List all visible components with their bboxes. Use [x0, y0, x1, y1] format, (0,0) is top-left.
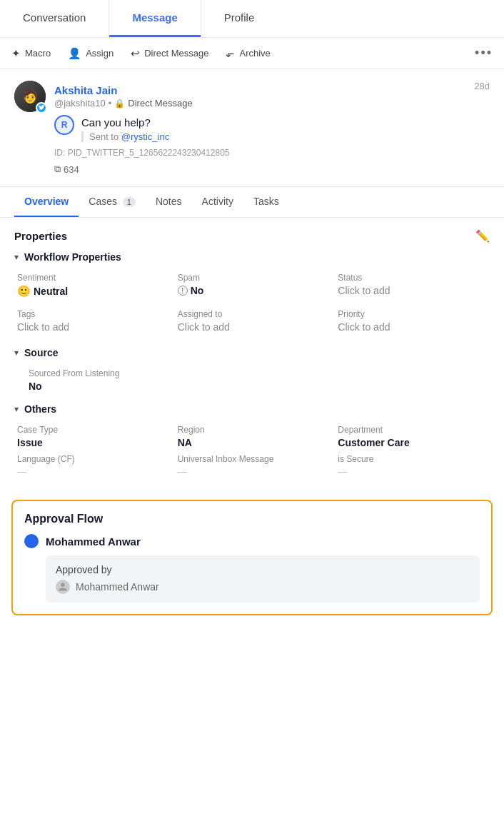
other-case-type: Case Type Issue — [17, 425, 169, 448]
approver-dot — [24, 534, 39, 548]
status-label: Status — [338, 273, 490, 283]
spam-value: ! No — [178, 285, 330, 296]
universal-inbox-value: — — [178, 466, 330, 477]
sentiment-label: Sentiment — [17, 273, 169, 283]
priority-value[interactable]: Click to add — [338, 321, 490, 333]
source-collapse-arrow: ▾ — [14, 348, 19, 358]
tab-notes[interactable]: Notes — [146, 187, 192, 217]
avatar: 🧑 — [14, 81, 46, 112]
is-secure-value: — — [338, 466, 490, 477]
language-label: Language (CF) — [17, 454, 169, 464]
approval-title: Approval Flow — [24, 513, 480, 525]
message-bot-row: R Can you help? Sent to @rystic_inc — [54, 115, 490, 142]
properties-title: Properties — [14, 230, 67, 242]
approver-row: Mohammed Anwar — [24, 534, 480, 548]
properties-section: Properties ✏️ ▾ Workflow Properties Sent… — [0, 218, 504, 500]
archive-icon: ⬐ — [226, 47, 235, 60]
notes-label: Notes — [156, 196, 182, 207]
sender-meta: @jakshita10 • 🔒 Direct Message — [54, 98, 193, 109]
others-grid: Case Type Issue Region NA Department Cus… — [17, 425, 490, 448]
overview-label: Overview — [24, 196, 69, 207]
activity-label: Activity — [202, 196, 233, 207]
prop-priority[interactable]: Priority Click to add — [338, 309, 490, 333]
cases-badge: 1 — [123, 197, 136, 207]
other-universal-inbox: Universal Inbox Message — — [178, 454, 330, 477]
tab-message[interactable]: Message — [109, 0, 200, 37]
priority-label: Priority — [338, 309, 490, 319]
other-region: Region NA — [178, 425, 330, 448]
source-toggle[interactable]: ▾ Source — [14, 347, 490, 358]
macro-icon: ✦ — [11, 47, 21, 60]
message-type-label: Direct Message — [128, 98, 192, 109]
others-title: Others — [24, 403, 56, 415]
sent-to-handle[interactable]: @rystic_inc — [121, 131, 169, 142]
reply-icon: ↩ — [131, 47, 140, 60]
macro-label: Macro — [25, 48, 51, 59]
properties-header: Properties ✏️ — [14, 229, 490, 243]
assigned-to-label: Assigned to — [178, 309, 330, 319]
direct-message-label: Direct Message — [144, 48, 208, 59]
status-value[interactable]: Click to add — [338, 285, 490, 296]
assign-icon: 👤 — [68, 47, 81, 60]
approval-flow: Approval Flow Mohammed Anwar Approved by… — [11, 500, 493, 615]
others-collapse-arrow: ▾ — [14, 404, 19, 414]
others-extra-grid: Language (CF) — Universal Inbox Message … — [17, 454, 490, 477]
edit-icon[interactable]: ✏️ — [475, 229, 490, 243]
prop-status[interactable]: Status Click to add — [338, 273, 490, 298]
workflow-collapse-arrow: ▾ — [14, 252, 19, 262]
approved-by-person: Mohammed Anwar — [56, 580, 470, 594]
approver-name: Mohammed Anwar — [46, 535, 141, 548]
archive-button[interactable]: ⬐ Archive — [226, 47, 270, 60]
tab-activity[interactable]: Activity — [192, 187, 243, 217]
counter-value: 634 — [64, 164, 79, 175]
toolbar: ✦ Macro 👤 Assign ↩ Direct Message ⬐ Arch… — [0, 38, 504, 69]
language-value: — — [17, 466, 169, 477]
prop-assigned-to[interactable]: Assigned to Click to add — [178, 309, 330, 333]
tab-profile[interactable]: Profile — [201, 0, 278, 37]
assign-label: Assign — [86, 48, 114, 59]
spam-icon: ! — [178, 286, 188, 296]
more-button[interactable]: ••• — [475, 46, 493, 61]
spam-text: No — [191, 285, 204, 296]
source-from-label: Sourced From Listening — [29, 368, 490, 378]
neutral-icon: 🙂 — [17, 285, 31, 298]
case-type-label: Case Type — [17, 425, 169, 435]
department-value: Customer Care — [338, 437, 490, 448]
prop-sentiment: Sentiment 🙂 Neutral — [17, 273, 169, 298]
direct-message-button[interactable]: ↩ Direct Message — [131, 47, 208, 60]
department-label: Department — [338, 425, 490, 435]
others-toggle[interactable]: ▾ Others — [14, 403, 490, 415]
other-is-secure: is Secure — — [338, 454, 490, 477]
sender-handle: @jakshita10 — [54, 98, 106, 109]
sender-details: Akshita Jain @jakshita10 • 🔒 Direct Mess… — [54, 84, 193, 109]
tab-message-label: Message — [132, 11, 177, 24]
assign-button[interactable]: 👤 Assign — [68, 47, 114, 60]
source-title: Source — [24, 347, 58, 358]
tags-label: Tags — [17, 309, 169, 319]
sent-to: Sent to @rystic_inc — [81, 131, 169, 142]
workflow-properties-toggle[interactable]: ▾ Workflow Properties — [14, 251, 490, 263]
other-language: Language (CF) — — [17, 454, 169, 477]
tasks-label: Tasks — [253, 196, 279, 207]
is-secure-label: is Secure — [338, 454, 490, 464]
tags-value[interactable]: Click to add — [17, 321, 169, 333]
universal-inbox-label: Universal Inbox Message — [178, 454, 330, 464]
tab-profile-label: Profile — [224, 11, 255, 24]
tab-conversation[interactable]: Conversation — [0, 0, 109, 37]
cases-label: Cases — [89, 196, 117, 207]
approved-by-label: Approved by — [56, 564, 470, 575]
macro-button[interactable]: ✦ Macro — [11, 47, 51, 60]
region-value: NA — [178, 437, 330, 448]
assigned-to-value[interactable]: Click to add — [178, 321, 330, 333]
prop-tags[interactable]: Tags Click to add — [17, 309, 169, 333]
workflow-title: Workflow Properties — [24, 251, 121, 263]
tab-overview[interactable]: Overview — [14, 187, 79, 217]
spam-label: Spam — [178, 273, 330, 283]
sentiment-text: Neutral — [34, 286, 68, 297]
overview-tabs: Overview Cases 1 Notes Activity Tasks — [0, 187, 504, 218]
message-id: ID: PID_TWITTER_5_1265622243230412805 — [54, 148, 490, 158]
source-content: Sourced From Listening No — [29, 368, 490, 392]
tab-cases[interactable]: Cases 1 — [79, 187, 146, 217]
tab-tasks[interactable]: Tasks — [243, 187, 289, 217]
archive-label: Archive — [239, 48, 270, 59]
